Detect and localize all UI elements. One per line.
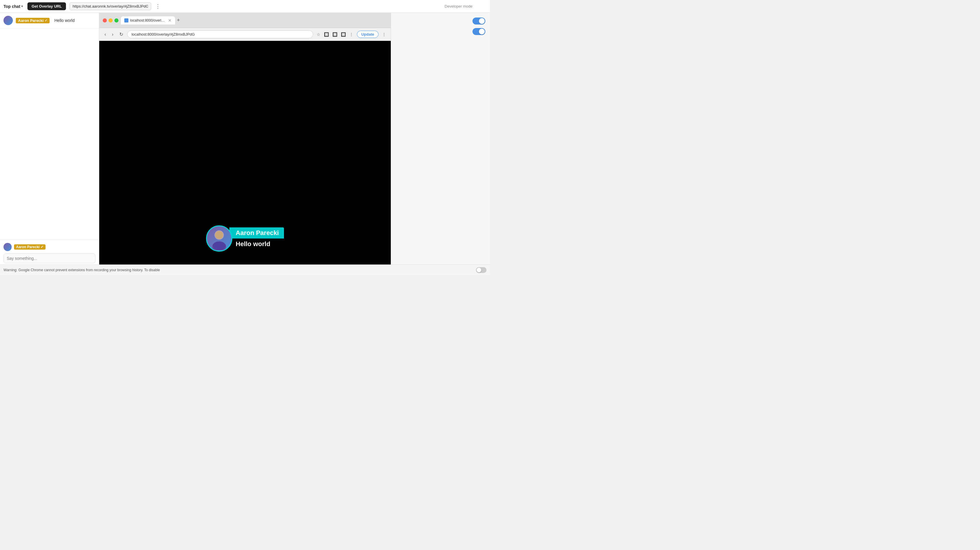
forward-button[interactable]: ›	[110, 31, 115, 38]
toggle-row-2	[396, 28, 485, 35]
top-chat-menu[interactable]: Top chat ▾	[3, 4, 23, 9]
input-check-icon: ✓	[41, 245, 43, 249]
app-topbar: Top chat ▾ Get Overlay URL ⋮ Developer m…	[0, 0, 490, 13]
chat-preview-row: Aaron Parecki ✓ Hello world	[0, 13, 99, 28]
tab-title: localhost:8000/overlay/#jZ8m...	[130, 18, 165, 22]
input-avatar	[3, 243, 12, 251]
overlay-message: Hello world	[229, 239, 284, 250]
top-chat-label-text: Top chat	[3, 4, 20, 9]
warning-text: Warning: Google Chrome cannot prevent ex…	[3, 268, 160, 272]
preview-message-text: Hello world	[54, 18, 75, 23]
avatar-image	[207, 227, 231, 250]
left-panel: Aaron Parecki ✓ Hello world Aaron Pareck…	[0, 13, 99, 275]
topbar-more-icon[interactable]: ⋮	[154, 3, 162, 10]
toggle-row-1	[396, 18, 485, 24]
svg-point-2	[215, 231, 223, 239]
chat-text-input[interactable]	[3, 253, 95, 263]
extension-icon-3[interactable]: 🔲	[340, 31, 347, 38]
fullscreen-window-button[interactable]	[115, 18, 118, 22]
address-bar[interactable]	[127, 30, 313, 38]
tab-favicon	[124, 18, 129, 22]
active-tab[interactable]: localhost:8000/overlay/#jZ8m... ✕	[121, 16, 175, 24]
reload-button[interactable]: ↻	[118, 30, 125, 38]
toggle-1[interactable]	[473, 18, 485, 24]
svg-point-3	[213, 241, 226, 250]
minimize-window-button[interactable]	[108, 18, 113, 22]
warning-toggle[interactable]	[476, 267, 487, 273]
traffic-lights	[103, 18, 118, 22]
overlay-username: Aaron Parecki	[229, 227, 284, 239]
close-tab-icon[interactable]: ✕	[168, 18, 172, 23]
input-username-badge: Aaron Parecki ✓	[14, 244, 46, 250]
new-tab-button[interactable]: +	[175, 17, 182, 23]
browser-window: localhost:8000/overlay/#jZ8m... ✕ + ‹ › …	[99, 13, 391, 275]
preview-username: Aaron Parecki	[18, 18, 43, 23]
right-panel	[391, 13, 490, 275]
left-panel-space	[0, 28, 99, 240]
back-button[interactable]: ‹	[103, 31, 108, 38]
extension-icon-1[interactable]: 🔲	[323, 31, 330, 38]
nav-icons: ☆ 🔲 🔲 🔲 ⋮	[315, 31, 355, 38]
browser-content: Aaron Parecki Hello world	[99, 41, 391, 275]
warning-bar: Warning: Google Chrome cannot prevent ex…	[0, 265, 490, 275]
avatar	[3, 16, 13, 25]
overlay-avatar	[206, 225, 232, 252]
close-window-button[interactable]	[103, 18, 107, 22]
more-tools-icon[interactable]: ⋮	[348, 31, 355, 38]
extension-icon-2[interactable]: 🔲	[331, 31, 339, 38]
overlay-url-input[interactable]	[70, 2, 151, 10]
input-username: Aaron Parecki	[16, 245, 40, 249]
check-icon: ✓	[45, 19, 47, 22]
update-button[interactable]: Update	[357, 31, 379, 38]
browser-more-icon[interactable]: ⋮	[381, 31, 387, 38]
input-header: Aaron Parecki ✓	[3, 243, 95, 251]
nav-bar: ‹ › ↻ ☆ 🔲 🔲 🔲 ⋮ Update ⋮	[99, 28, 391, 41]
tab-bar: localhost:8000/overlay/#jZ8m... ✕ +	[121, 13, 387, 28]
chevron-down-icon: ▾	[21, 5, 23, 8]
developer-mode-label: Developer mode	[445, 4, 473, 8]
overlay-text-block: Aaron Parecki Hello world	[229, 227, 284, 250]
username-badge: Aaron Parecki ✓	[16, 18, 49, 23]
bookmark-icon[interactable]: ☆	[315, 31, 321, 38]
browser-chrome: localhost:8000/overlay/#jZ8m... ✕ +	[99, 13, 391, 28]
chat-overlay: Aaron Parecki Hello world	[206, 225, 284, 252]
toggle-2[interactable]	[473, 28, 485, 35]
get-overlay-url-button[interactable]: Get Overlay URL	[27, 2, 66, 10]
